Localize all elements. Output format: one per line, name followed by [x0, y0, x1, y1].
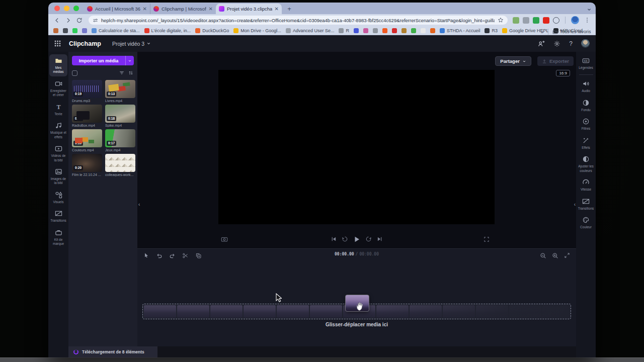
- nav-transitions[interactable]: Transitions: [49, 207, 67, 225]
- bookmark-item[interactable]: R: [339, 28, 349, 33]
- media-item-film[interactable]: 0:20 Film le 22.10.24 ...: [72, 154, 102, 176]
- site-settings-icon[interactable]: [93, 18, 98, 23]
- bookmark-item[interactable]: DuckDuckGo: [195, 28, 229, 33]
- url-text[interactable]: heplch-my.sharepoint.com/_layouts/15/vid…: [101, 18, 495, 23]
- bookmark-item[interactable]: [63, 28, 68, 33]
- kebab-menu-icon[interactable]: [583, 16, 592, 25]
- adobe-pdf-extension-icon[interactable]: [543, 17, 549, 24]
- waffle-icon[interactable]: [54, 40, 61, 47]
- new-tab-button[interactable]: +: [285, 4, 294, 13]
- all-bookmarks-folder[interactable]: Tous les favoris: [552, 29, 591, 35]
- tab-search-chevron-icon[interactable]: [587, 7, 592, 12]
- play-icon[interactable]: [353, 235, 361, 243]
- skip-to-end-icon[interactable]: [376, 236, 383, 242]
- help-icon[interactable]: ?: [569, 40, 573, 47]
- bookmark-item[interactable]: [82, 28, 87, 33]
- bookmark-item[interactable]: [411, 28, 416, 33]
- import-options-chevron-icon[interactable]: [125, 56, 134, 65]
- user-avatar[interactable]: [581, 39, 590, 48]
- nav-videos-bibliotheque[interactable]: Vidéos de la bibl: [49, 142, 67, 164]
- tab-projet-video-3[interactable]: Projet vidéo 3.clipchamp ✕: [216, 4, 282, 14]
- bookmark-item[interactable]: [430, 28, 435, 33]
- tool-ajuster-couleurs[interactable]: Ajuster les couleurs: [577, 153, 595, 175]
- bookmark-item[interactable]: [363, 28, 368, 33]
- tool-couleur[interactable]: Couleur: [577, 214, 595, 231]
- tool-effets[interactable]: Effets: [577, 134, 595, 152]
- nav-musique-et-effets[interactable]: Musique et effets: [49, 119, 67, 141]
- import-media-button[interactable]: Importer un média: [72, 56, 134, 65]
- bookmark-item[interactable]: Mon Drive - Googl...: [233, 28, 281, 33]
- zoom-window-button[interactable]: [73, 6, 79, 11]
- bookmark-item[interactable]: [354, 28, 359, 33]
- zoom-in-icon[interactable]: [552, 252, 558, 259]
- filter-icon[interactable]: [119, 70, 125, 76]
- media-item-couleurs[interactable]: 0:10 Couleurs.mp4: [72, 129, 102, 152]
- tab-close-icon[interactable]: ✕: [143, 7, 147, 12]
- back-icon[interactable]: [52, 16, 61, 25]
- tab-close-icon[interactable]: ✕: [275, 7, 279, 12]
- bookmark-item[interactable]: [401, 28, 407, 33]
- media-item-livres[interactable]: 0:13 Livres.mp4: [105, 80, 135, 103]
- upload-status[interactable]: Téléchargement de 8 éléments: [68, 346, 157, 357]
- close-window-button[interactable]: [54, 6, 60, 11]
- settings-gear-icon[interactable]: [553, 40, 560, 47]
- share-button[interactable]: Partager: [495, 56, 531, 66]
- tool-audio[interactable]: Audio: [577, 77, 595, 95]
- collapse-right-panel-icon[interactable]: ‹: [574, 202, 576, 207]
- snapshot-icon[interactable]: [221, 236, 228, 243]
- duplicate-icon[interactable]: [195, 252, 202, 259]
- media-item-spike[interactable]: 0:18 Spike.mp4: [105, 105, 135, 127]
- redo-icon[interactable]: [169, 252, 176, 259]
- tab-close-icon[interactable]: ✕: [209, 7, 213, 12]
- tool-filtres[interactable]: Filtres: [577, 115, 595, 133]
- bookmark-item[interactable]: L'école digitale, in...: [144, 28, 191, 33]
- bookmark-item[interactable]: [373, 28, 378, 33]
- media-item-colleagues[interactable]: colleagues-work...: [105, 154, 135, 176]
- media-item-radiobox[interactable]: 0:08 RadioBox.mp4: [72, 105, 102, 127]
- sort-icon[interactable]: [128, 70, 134, 76]
- fit-timeline-icon[interactable]: [564, 252, 570, 258]
- split-scissors-icon[interactable]: [182, 252, 189, 259]
- bookmark-star-icon[interactable]: [498, 17, 504, 23]
- extension-icon[interactable]: [513, 17, 519, 24]
- extension-icon[interactable]: [523, 17, 529, 24]
- rewind-icon[interactable]: [342, 236, 348, 242]
- bookmark-item[interactable]: [382, 28, 387, 33]
- skip-to-start-icon[interactable]: [331, 236, 337, 242]
- bookmark-item[interactable]: [392, 28, 397, 33]
- nav-kit-de-marque[interactable]: Kit de marque: [49, 226, 67, 248]
- collapse-left-panel-icon[interactable]: ‹: [138, 202, 140, 207]
- fullscreen-icon[interactable]: [484, 236, 490, 242]
- nav-images-bibliotheque[interactable]: Images de la bibl: [49, 165, 67, 188]
- nav-visuels[interactable]: Visuels: [49, 189, 67, 206]
- app-logo[interactable]: Clipchamp: [69, 40, 101, 47]
- tool-transitions[interactable]: Transitions: [577, 195, 595, 213]
- nav-texte[interactable]: T Texte: [49, 101, 67, 118]
- bookmark-item[interactable]: Advanced User Se...: [286, 28, 335, 33]
- bookmark-item[interactable]: [53, 28, 58, 33]
- project-name-dropdown[interactable]: Projet vidéo 3: [112, 41, 151, 47]
- bookmarks-overflow-chevron-icon[interactable]: »: [541, 29, 544, 35]
- extension-icon[interactable]: [533, 17, 539, 24]
- tab-accueil-m365[interactable]: Accueil | Microsoft 365 ✕: [84, 4, 150, 14]
- address-bar[interactable]: heplch-my.sharepoint.com/_layouts/15/vid…: [89, 16, 508, 25]
- dragged-clip-thumbnail[interactable]: [346, 295, 369, 311]
- tool-legendes[interactable]: CC Légendes: [577, 54, 595, 72]
- bookmark-item[interactable]: [421, 28, 426, 33]
- reload-icon[interactable]: [74, 16, 84, 25]
- extension-icon[interactable]: [553, 17, 559, 24]
- bookmark-item[interactable]: [72, 28, 77, 33]
- media-item-drums[interactable]: 0:19 Drums.mp3: [72, 80, 102, 103]
- undo-icon[interactable]: [156, 252, 163, 259]
- video-canvas[interactable]: [218, 70, 495, 224]
- export-button-disabled[interactable]: Exporter: [537, 56, 574, 66]
- select-cursor-icon[interactable]: [143, 252, 149, 258]
- bookmark-item[interactable]: R3: [485, 28, 498, 33]
- forward-icon[interactable]: [63, 16, 72, 25]
- nav-enregistrer-et-creer[interactable]: Enregistrer et créer: [49, 77, 67, 100]
- media-item-jeux[interactable]: 0:17 Jeux.mp4: [105, 129, 135, 152]
- select-all-checkbox[interactable]: [72, 70, 77, 76]
- bookmark-item[interactable]: STHDA - Accueil: [440, 28, 480, 33]
- tool-fondu[interactable]: Fondu: [577, 97, 595, 114]
- tool-vitesse[interactable]: Vitesse: [577, 176, 595, 194]
